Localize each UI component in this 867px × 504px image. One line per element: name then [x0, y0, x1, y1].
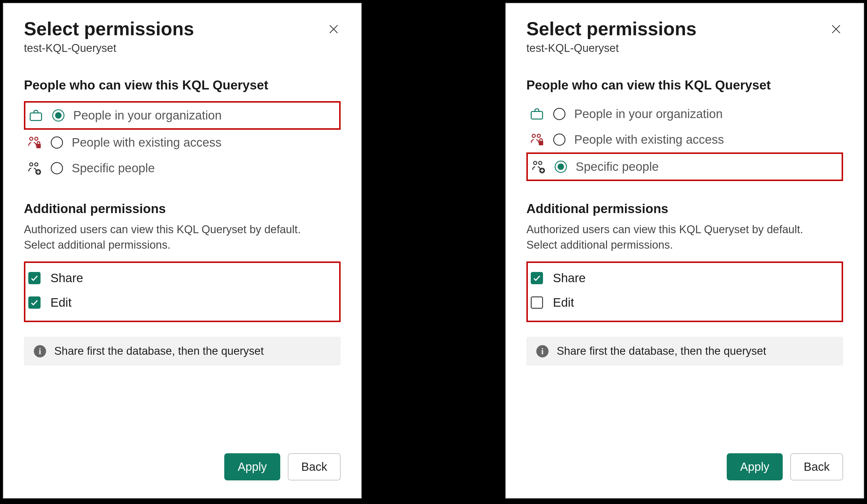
svg-point-17 [534, 162, 537, 165]
briefcase-icon [529, 106, 545, 122]
radio-input-specific[interactable] [555, 161, 567, 173]
radio-option-org[interactable]: People in your organization [526, 101, 843, 127]
checkbox-share[interactable] [28, 272, 41, 284]
svg-point-4 [35, 137, 38, 141]
info-icon: i [34, 345, 46, 358]
dialog-footer: Apply Back [526, 453, 843, 480]
check-icon [30, 298, 39, 307]
info-text: Share first the database, then the query… [54, 345, 264, 358]
radio-label-existing: People with existing access [574, 133, 724, 146]
dialog-footer: Apply Back [24, 453, 341, 480]
checkbox-row-share[interactable]: Share [28, 266, 336, 290]
checkbox-share[interactable] [531, 272, 543, 284]
close-button[interactable] [829, 22, 843, 36]
radio-label-org: People in your organization [574, 107, 722, 121]
radio-label-existing: People with existing access [72, 135, 222, 150]
permissions-dialog-right: Select permissions test-KQL-Queryset Peo… [505, 3, 864, 498]
viewers-heading: People who can view this KQL Queryset [24, 78, 341, 92]
viewers-radio-group: People in your organization People with … [526, 101, 843, 181]
svg-point-14 [532, 134, 535, 138]
additional-help: Authorized users can view this KQL Query… [24, 222, 315, 253]
additional-heading: Additional permissions [24, 201, 341, 216]
checkbox-label-share: Share [51, 271, 83, 285]
back-button[interactable]: Back [288, 453, 341, 480]
people-lock-icon [529, 132, 545, 147]
dialog-title: Select permissions [526, 18, 696, 40]
checkbox-edit[interactable] [531, 296, 543, 309]
radio-input-org[interactable] [553, 108, 566, 120]
checkbox-row-share[interactable]: Share [531, 266, 839, 290]
svg-point-15 [537, 134, 540, 138]
svg-rect-13 [531, 111, 543, 119]
svg-rect-16 [539, 141, 543, 145]
info-banner: i Share first the database, then the que… [24, 337, 341, 365]
dialog-subtitle: test-KQL-Queryset [526, 42, 696, 55]
dialog-subtitle: test-KQL-Queryset [24, 42, 194, 55]
viewers-radio-group: People in your organization People with … [24, 101, 341, 181]
people-add-icon [27, 161, 42, 176]
info-icon: i [536, 345, 548, 358]
radio-option-org[interactable]: People in your organization [24, 101, 341, 130]
radio-option-specific[interactable]: Specific people [526, 152, 843, 181]
people-lock-icon [27, 135, 42, 150]
checkbox-label-share: Share [553, 271, 586, 285]
checkbox-label-edit: Edit [51, 296, 72, 309]
checkbox-row-edit[interactable]: Edit [531, 290, 839, 315]
people-add-icon [531, 159, 546, 174]
radio-input-existing[interactable] [51, 136, 63, 149]
svg-rect-5 [36, 144, 41, 148]
svg-rect-2 [30, 113, 42, 120]
apply-button[interactable]: Apply [727, 453, 783, 480]
additional-help: Authorized users can view this KQL Query… [526, 222, 818, 253]
radio-option-existing[interactable]: People with existing access [24, 130, 341, 155]
close-button[interactable] [327, 22, 341, 36]
checkbox-label-edit: Edit [553, 296, 574, 309]
checkbox-edit[interactable] [28, 296, 41, 309]
additional-checkboxes: Share Edit [24, 262, 341, 322]
check-icon [533, 274, 541, 283]
apply-button[interactable]: Apply [224, 453, 280, 480]
dialog-title: Select permissions [24, 18, 194, 40]
additional-heading: Additional permissions [526, 201, 843, 216]
viewers-heading: People who can view this KQL Queryset [526, 78, 843, 92]
close-icon [830, 23, 842, 35]
radio-option-specific[interactable]: Specific people [24, 155, 341, 181]
checkbox-row-edit[interactable]: Edit [28, 290, 336, 315]
check-icon [30, 274, 39, 283]
radio-option-existing[interactable]: People with existing access [526, 127, 843, 152]
additional-checkboxes: Share Edit [526, 262, 843, 322]
svg-point-7 [35, 163, 38, 166]
permissions-dialog-left: Select permissions test-KQL-Queryset Peo… [3, 3, 362, 498]
close-icon [328, 23, 340, 35]
briefcase-icon [28, 108, 43, 123]
radio-label-specific: Specific people [72, 161, 155, 175]
info-banner: i Share first the database, then the que… [526, 337, 843, 365]
svg-point-18 [539, 162, 542, 165]
info-text: Share first the database, then the query… [557, 345, 766, 358]
radio-input-specific[interactable] [51, 162, 63, 174]
svg-point-6 [30, 163, 33, 166]
radio-input-existing[interactable] [553, 133, 566, 146]
svg-point-3 [30, 137, 33, 141]
back-button[interactable]: Back [790, 453, 843, 480]
radio-label-org: People in your organization [73, 108, 222, 122]
radio-label-specific: Specific people [576, 160, 659, 174]
radio-input-org[interactable] [52, 109, 64, 122]
